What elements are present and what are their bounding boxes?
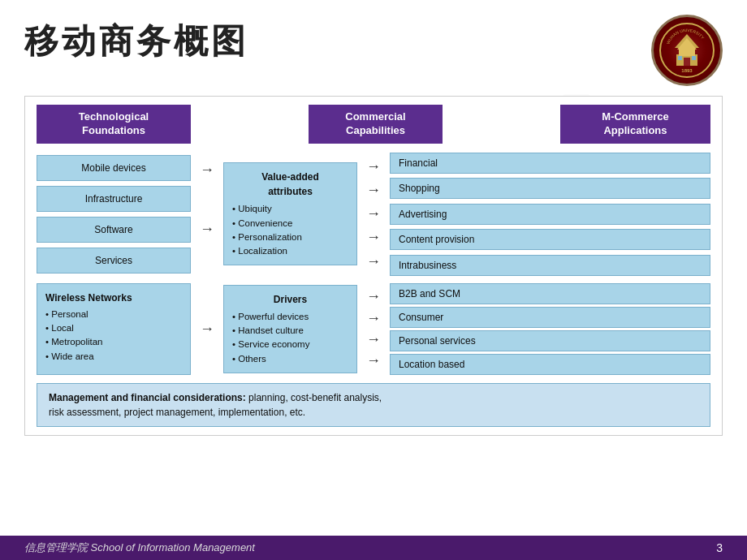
arrow-mobile-to-value: →: [200, 162, 214, 177]
right-consumer: Consumer: [390, 307, 710, 328]
svg-rect-8: [679, 50, 695, 56]
mobile-devices-box: Mobile devices: [37, 155, 191, 181]
arrow-drivers-to-location: →: [366, 352, 381, 369]
arrow-wireless-to-drivers: →: [200, 321, 214, 338]
value-item-3: • Personalization: [232, 230, 348, 244]
svg-text:1893: 1893: [681, 68, 693, 73]
arrow-software-to-value: →: [200, 222, 214, 236]
svg-rect-12: [678, 56, 682, 60]
title-chinese: 移动商务概图: [24, 15, 248, 64]
page-number: 3: [716, 541, 723, 554]
value-item-2: • Convenience: [232, 217, 348, 230]
right-personal: Personal services: [390, 330, 710, 351]
left-boxes-group: Mobile devices Infrastructure Software S…: [37, 152, 191, 277]
footer-text: 信息管理学院 School of Information Management: [24, 541, 255, 555]
arrow-value-to-intra: →: [366, 253, 381, 270]
right-financial: Financial: [390, 153, 710, 174]
right-items-bottom: B2B and SCM Consumer Personal services L…: [390, 283, 710, 375]
arrow-value-to-content: →: [366, 229, 381, 246]
value-item-4: • Localization: [232, 244, 348, 258]
svg-rect-11: [684, 58, 690, 66]
col2-header: Commercial Capabilities: [309, 105, 443, 144]
university-logo: 1893 WUHAN UNIVERSITY: [651, 15, 723, 86]
wireless-box: Wireless Networks • Personal • Local • M…: [37, 283, 191, 375]
drivers-box: Drivers • Powerful devices • Handset cul…: [223, 285, 357, 373]
right-shopping: Shopping: [390, 178, 710, 199]
arrow-value-to-financial: →: [366, 158, 381, 175]
col3-header: M-Commerce Applications: [560, 105, 710, 144]
services-box: Services: [37, 248, 191, 274]
col1-header: Technological Foundations: [37, 105, 191, 144]
arrow-value-to-shopping: →: [366, 182, 381, 199]
svg-rect-13: [692, 56, 696, 60]
right-location: Location based: [390, 354, 710, 375]
value-item-1: • Ubiquity: [232, 202, 348, 216]
arrow-drivers-to-consumer: →: [366, 310, 381, 327]
management-box: Management and financial considerations:…: [37, 383, 710, 427]
arrow-drivers-to-personal: →: [366, 331, 381, 348]
software-box: Software: [37, 217, 191, 243]
right-advertising: Advertising: [390, 204, 710, 225]
right-content: Content provision: [390, 229, 710, 250]
arrow-drivers-to-b2b: →: [366, 288, 381, 305]
right-items-top: Financial Shopping Advertising Content p…: [390, 152, 710, 277]
right-intra: Intrabusiness: [390, 255, 710, 276]
value-added-box: Value-added attributes • Ubiquity • Conv…: [223, 162, 357, 265]
infrastructure-box: Infrastructure: [37, 186, 191, 212]
arrow-value-to-advertising: →: [366, 205, 381, 222]
footer: 信息管理学院 School of Information Management …: [0, 536, 747, 560]
right-b2b: B2B and SCM: [390, 283, 710, 304]
